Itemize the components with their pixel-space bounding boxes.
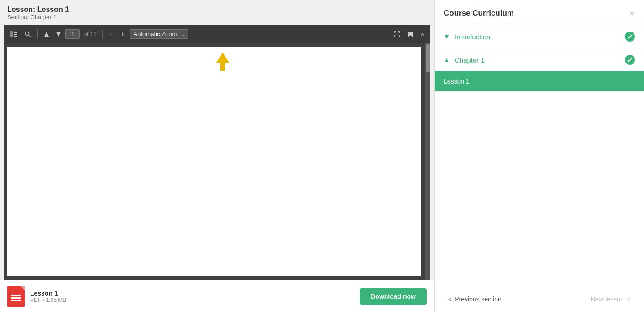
file-icon-fold: [20, 286, 25, 291]
file-info: Lesson 1 PDF - 1.05 MB: [7, 286, 66, 307]
svg-rect-1: [14, 32, 17, 33]
pdf-content-area: [4, 43, 430, 280]
fullscreen-button[interactable]: [391, 29, 403, 39]
curriculum-title: Course Curriculum: [444, 9, 514, 18]
lesson-header: Lesson: Lesson 1 Section: Chapter 1: [0, 0, 434, 25]
file-icon: [7, 286, 25, 307]
curriculum-header: Course Curriculum »: [435, 0, 644, 25]
more-button[interactable]: »: [418, 29, 427, 40]
arrow-up-head: [216, 53, 229, 63]
curriculum-collapse-button[interactable]: »: [629, 8, 635, 18]
page-number-input[interactable]: [65, 29, 80, 39]
collapse-icon: »: [630, 9, 634, 17]
section-label-introduction: Introduction: [455, 33, 621, 41]
pdf-scrollbar[interactable]: [425, 43, 430, 280]
file-details: Lesson 1 PDF - 1.05 MB: [30, 290, 66, 303]
right-panel: Course Curriculum » ▼ Introduction ▲ Cha…: [434, 0, 644, 312]
check-circle-chapter1: [625, 55, 635, 65]
svg-point-4: [26, 32, 29, 35]
file-icon-line-3: [11, 300, 21, 301]
check-circle-introduction: [625, 32, 635, 42]
file-icon-line-2: [11, 297, 21, 299]
pdf-viewer-container: of 11 − + Automatic Zoom 50% 75% 100% 12…: [4, 25, 430, 280]
svg-rect-3: [14, 36, 17, 37]
zoom-out-button[interactable]: −: [106, 28, 116, 40]
svg-marker-6: [44, 32, 49, 37]
file-meta: PDF - 1.05 MB: [30, 297, 66, 303]
next-page-button[interactable]: [53, 30, 63, 38]
previous-section-button[interactable]: < Previous section: [444, 293, 506, 306]
section-item-chapter1: ▲ Chapter 1 Lesson 1: [435, 48, 644, 92]
svg-line-5: [29, 35, 31, 37]
file-name: Lesson 1: [30, 290, 66, 297]
next-label: Next lesson: [591, 296, 624, 303]
section-header-chapter1[interactable]: ▲ Chapter 1: [435, 48, 644, 71]
bookmark-button[interactable]: [405, 29, 416, 39]
download-now-button[interactable]: Download now: [360, 288, 427, 305]
svg-marker-7: [56, 32, 61, 37]
toolbar-separator-2: [102, 30, 103, 39]
next-icon: >: [627, 296, 630, 303]
sidebar-toggle-button[interactable]: [7, 29, 20, 39]
zoom-wrapper: Automatic Zoom 50% 75% 100% 125% 150% 20…: [130, 29, 188, 39]
zoom-out-icon: −: [109, 30, 113, 38]
zoom-in-button[interactable]: +: [118, 28, 127, 40]
arrow-up: [215, 53, 230, 71]
left-panel: Lesson: Lesson 1 Section: Chapter 1: [0, 0, 434, 312]
curriculum-footer: < Previous section Next lesson >: [435, 286, 644, 312]
section-chevron-introduction: ▼: [444, 33, 451, 40]
arrow-up-body: [220, 63, 225, 71]
zoom-in-icon: +: [120, 30, 125, 38]
prev-page-button[interactable]: [42, 30, 52, 38]
svg-rect-0: [10, 31, 13, 37]
curriculum-body: ▼ Introduction ▲ Chapter 1: [435, 25, 644, 286]
section-header-introduction[interactable]: ▼ Introduction: [435, 25, 644, 48]
prev-label: Previous section: [455, 296, 502, 303]
section-chevron-chapter1: ▲: [444, 56, 451, 63]
file-icon-line-1: [11, 295, 21, 296]
pdf-scrollbar-thumb: [426, 44, 430, 72]
zoom-select[interactable]: Automatic Zoom 50% 75% 100% 125% 150% 20…: [130, 29, 188, 39]
section-item-introduction: ▼ Introduction: [435, 25, 644, 48]
pdf-toolbar: of 11 − + Automatic Zoom 50% 75% 100% 12…: [4, 25, 430, 43]
prev-icon: <: [448, 296, 452, 303]
page-total: of 11: [84, 31, 97, 37]
lesson-title: Lesson: Lesson 1: [7, 5, 427, 14]
lesson-item-lesson1[interactable]: Lesson 1: [435, 71, 644, 91]
lesson-item-label: Lesson 1: [444, 78, 470, 85]
search-button[interactable]: [22, 29, 34, 39]
lesson-section: Section: Chapter 1: [7, 14, 427, 21]
floating-arrow: [215, 53, 230, 71]
toolbar-separator-1: [37, 30, 38, 39]
next-lesson-button[interactable]: Next lesson >: [586, 293, 635, 306]
pdf-page: [7, 47, 421, 276]
more-icon: »: [420, 31, 424, 38]
bottom-bar: Lesson 1 PDF - 1.05 MB Download now: [0, 280, 434, 312]
section-label-chapter1: Chapter 1: [455, 56, 621, 64]
svg-rect-2: [14, 34, 17, 35]
